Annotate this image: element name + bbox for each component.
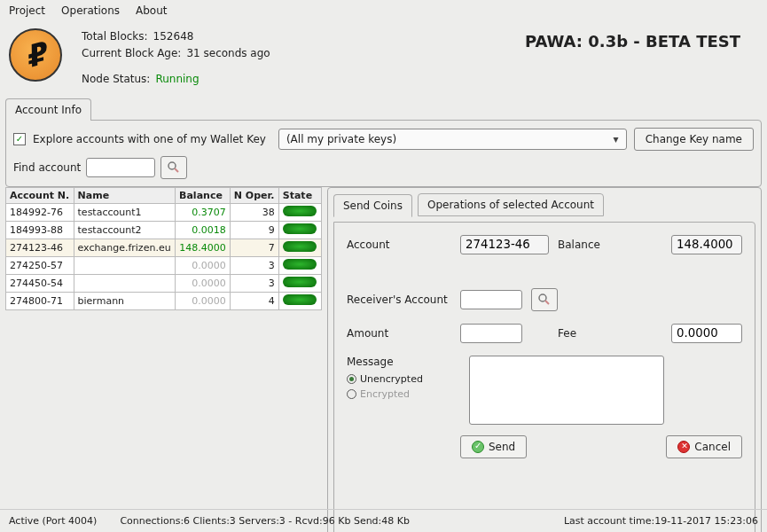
ok-icon bbox=[472, 441, 484, 453]
menubar: Project Operations About bbox=[0, 0, 767, 21]
state-pill-icon bbox=[283, 241, 317, 252]
svg-line-3 bbox=[545, 301, 549, 304]
main-tabs: Account Info ✓ Explore accounts with one… bbox=[0, 98, 767, 187]
send-panel: Send Coins Operations of selected Accoun… bbox=[327, 187, 762, 532]
menu-about[interactable]: About bbox=[136, 4, 167, 17]
cell-account: 184993-88 bbox=[6, 221, 74, 239]
amount-label: Amount bbox=[347, 327, 451, 340]
cell-noper: 3 bbox=[230, 274, 278, 292]
cell-balance: 0.0000 bbox=[176, 256, 231, 274]
search-icon bbox=[536, 292, 552, 308]
cell-state bbox=[278, 292, 321, 309]
cancel-label: Cancel bbox=[694, 441, 731, 453]
cell-account: 274250-57 bbox=[6, 256, 74, 274]
node-status-value: Running bbox=[155, 71, 199, 88]
cell-balance: 0.0000 bbox=[176, 292, 231, 309]
block-age-value: 31 seconds ago bbox=[186, 45, 270, 62]
explore-label: Explore accounts with one of my Wallet K… bbox=[33, 133, 266, 145]
find-account-label: Find account bbox=[13, 161, 81, 174]
explore-checkbox[interactable]: ✓ bbox=[13, 133, 26, 145]
tab-send-coins[interactable]: Send Coins bbox=[333, 194, 412, 217]
wallet-key-select[interactable]: (All my private keys) bbox=[278, 129, 627, 150]
cancel-icon bbox=[677, 441, 690, 453]
message-label: Message bbox=[347, 356, 460, 368]
cell-balance: 148.4000 bbox=[176, 239, 231, 256]
cell-name: biermann bbox=[74, 292, 176, 309]
table-row[interactable]: 274800-71biermann0.00004 bbox=[6, 292, 322, 309]
cell-noper: 4 bbox=[230, 292, 278, 309]
send-balance-field bbox=[671, 235, 742, 254]
col-state[interactable]: State bbox=[278, 187, 321, 203]
receiver-search-button[interactable] bbox=[531, 288, 558, 311]
total-blocks-value: 152648 bbox=[153, 28, 194, 45]
receiver-label: Receiver's Account bbox=[347, 293, 451, 306]
search-icon bbox=[166, 160, 182, 176]
cell-balance: 0.3707 bbox=[176, 203, 231, 221]
accounts-table-wrap: Account N. Name Balance N Oper. State 18… bbox=[5, 187, 322, 532]
total-blocks-label: Total Blocks: bbox=[82, 28, 148, 45]
find-account-input[interactable] bbox=[86, 158, 155, 177]
cell-state bbox=[278, 239, 321, 256]
receiver-input[interactable] bbox=[460, 290, 522, 309]
state-pill-icon bbox=[283, 259, 317, 270]
table-row[interactable]: 274250-570.00003 bbox=[6, 256, 322, 274]
col-account[interactable]: Account N. bbox=[6, 187, 74, 203]
cell-noper: 9 bbox=[230, 221, 278, 239]
cell-name: exchange.frizen.eu bbox=[74, 239, 176, 256]
tab-operations[interactable]: Operations of selected Account bbox=[418, 193, 604, 216]
radio-encrypted: Encrypted bbox=[347, 388, 460, 400]
send-button[interactable]: Send bbox=[460, 435, 527, 458]
status-last-time: Last account time:19-11-2017 15:23:06 bbox=[564, 515, 758, 527]
header: ₽ Total Blocks: 152648 Current Block Age… bbox=[0, 21, 767, 92]
menu-operations[interactable]: Operations bbox=[61, 4, 120, 17]
cell-name: testaccount1 bbox=[74, 203, 176, 221]
status-active: Active (Port 4004) bbox=[9, 515, 97, 527]
node-status-label: Node Status: bbox=[82, 71, 150, 88]
explore-panel: ✓ Explore accounts with one of my Wallet… bbox=[5, 120, 762, 187]
cell-balance: 0.0000 bbox=[176, 274, 231, 292]
radio-unencrypted[interactable]: Unencrypted bbox=[347, 373, 460, 385]
cell-noper: 7 bbox=[230, 239, 278, 256]
status-connections: Connections:6 Clients:3 Servers:3 - Rcvd… bbox=[120, 515, 410, 527]
cell-state bbox=[278, 221, 321, 239]
svg-point-0 bbox=[168, 162, 176, 169]
cell-name bbox=[74, 274, 176, 292]
menu-project[interactable]: Project bbox=[9, 4, 45, 17]
svg-point-2 bbox=[539, 294, 546, 301]
statusbar: Active (Port 4004) Connections:6 Clients… bbox=[0, 509, 767, 532]
cell-name: testaccount2 bbox=[74, 221, 176, 239]
cell-account: 274800-71 bbox=[6, 292, 74, 309]
table-row[interactable]: 274450-540.00003 bbox=[6, 274, 322, 292]
cell-state bbox=[278, 203, 321, 221]
state-pill-icon bbox=[283, 223, 317, 234]
send-account-field bbox=[460, 235, 549, 254]
find-button[interactable] bbox=[160, 156, 187, 179]
accounts-table[interactable]: Account N. Name Balance N Oper. State 18… bbox=[5, 187, 322, 310]
message-textarea[interactable] bbox=[469, 356, 664, 425]
col-name[interactable]: Name bbox=[74, 187, 176, 203]
state-pill-icon bbox=[283, 277, 317, 287]
send-balance-label: Balance bbox=[558, 239, 662, 251]
block-age-label: Current Block Age: bbox=[82, 45, 181, 62]
fee-label: Fee bbox=[558, 327, 662, 340]
change-key-button[interactable]: Change Key name bbox=[634, 128, 754, 151]
table-row[interactable]: 274123-46exchange.frizen.eu148.40007 bbox=[6, 239, 322, 256]
state-pill-icon bbox=[283, 206, 317, 216]
cell-noper: 3 bbox=[230, 256, 278, 274]
fee-input[interactable] bbox=[671, 324, 742, 343]
send-label: Send bbox=[489, 441, 515, 453]
send-account-label: Account bbox=[347, 239, 451, 251]
cancel-button[interactable]: Cancel bbox=[666, 435, 742, 458]
logo-icon: ₽ bbox=[9, 28, 62, 82]
cell-balance: 0.0018 bbox=[176, 221, 231, 239]
cell-state bbox=[278, 256, 321, 274]
tab-account-info[interactable]: Account Info bbox=[5, 98, 91, 121]
amount-input[interactable] bbox=[460, 324, 522, 343]
cell-state bbox=[278, 274, 321, 292]
cell-name bbox=[74, 256, 176, 274]
table-row[interactable]: 184993-88testaccount20.00189 bbox=[6, 221, 322, 239]
svg-line-1 bbox=[175, 168, 178, 172]
col-noper[interactable]: N Oper. bbox=[230, 187, 278, 203]
col-balance[interactable]: Balance bbox=[176, 187, 231, 203]
table-row[interactable]: 184992-76testaccount10.370738 bbox=[6, 203, 322, 221]
